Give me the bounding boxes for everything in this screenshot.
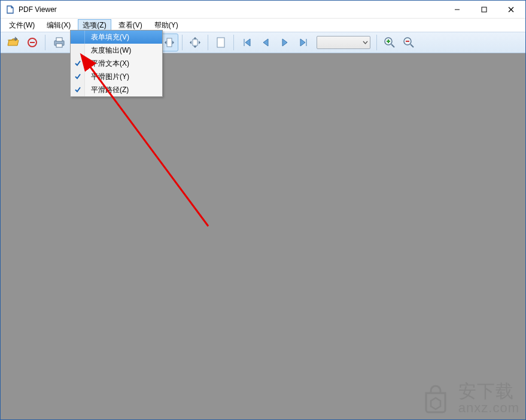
check-icon [74,60,81,67]
minus-circle-icon [26,36,38,48]
zoom-in-button[interactable] [381,34,399,51]
nav-first-button[interactable] [238,34,256,51]
open-button[interactable] [4,34,22,51]
nav-next-icon [279,36,291,48]
dropdown-item-label: 平滑文本(X) [91,59,129,68]
fit-width-button[interactable] [160,34,178,51]
svg-line-22 [391,44,394,47]
menu-file[interactable]: 文件(W) [4,19,39,32]
check-icon [74,73,81,80]
dropdown-item-label: 平滑图片(Y) [91,72,129,81]
options-dropdown: 表单填充(V) 灰度输出(W) 平滑文本(X) 平滑图片(Y) 平滑路径(Z) [70,30,163,97]
toolbar-separator [233,35,234,50]
check-column [71,31,85,44]
titlebar: PDF Viewer [1,1,525,19]
remove-button[interactable] [23,34,41,51]
svg-rect-8 [56,44,62,47]
check-icon [74,86,81,93]
window-title: PDF Viewer [19,5,443,14]
nav-last-icon [298,36,310,48]
dropdown-item-smooth-path[interactable]: 平滑路径(Z) [71,83,162,96]
toolbar-separator [208,35,208,50]
zoom-out-button[interactable] [400,34,418,51]
toolbar-separator [182,35,183,50]
nav-first-icon [241,36,253,48]
maximize-button[interactable] [470,1,497,18]
folder-open-icon [7,36,20,49]
printer-icon [52,36,66,49]
svg-rect-7 [56,38,62,41]
nav-prev-button[interactable] [257,34,275,51]
print-button[interactable] [49,34,69,51]
nav-next-button[interactable] [276,34,294,51]
toolbar-separator [376,35,377,50]
blank-page-icon [215,36,226,48]
check-column [71,83,85,96]
dropdown-item-form-fill[interactable]: 表单填充(V) [71,31,162,44]
svg-line-2 [509,7,513,12]
fit-width-icon [163,36,176,48]
svg-rect-20 [217,38,224,47]
page-combo[interactable] [317,36,370,49]
svg-line-26 [411,44,413,47]
zoom-out-icon [402,36,415,49]
bag-icon [419,381,452,415]
app-icon [5,5,15,14]
dropdown-item-grayscale[interactable]: 灰度输出(W) [71,44,162,57]
fit-page-button[interactable] [186,34,204,51]
workspace: 安下载 anxz.com [1,53,525,419]
dropdown-item-smooth-text[interactable]: 平滑文本(X) [71,57,162,70]
check-column [71,57,85,70]
fit-page-icon [188,36,202,49]
nav-last-button[interactable] [295,34,313,51]
dropdown-item-label: 灰度输出(W) [91,46,131,54]
watermark-text-cn: 安下载 [458,382,514,401]
check-column [71,44,85,57]
minimize-button[interactable] [443,1,470,18]
dropdown-item-smooth-image[interactable]: 平滑图片(Y) [71,70,162,83]
window-buttons [443,1,524,18]
toolbar-separator [45,35,45,50]
watermark: 安下载 anxz.com [419,381,519,415]
svg-rect-18 [167,38,172,47]
blank-page-button[interactable] [212,34,230,51]
nav-prev-icon [260,36,272,48]
chevron-down-icon [363,40,368,45]
zoom-in-icon [383,36,396,49]
svg-rect-1 [482,7,487,12]
check-column [71,70,85,83]
dropdown-item-label: 表单填充(V) [91,33,129,41]
svg-rect-19 [193,39,197,45]
close-button[interactable] [497,1,524,18]
svg-line-3 [509,7,513,12]
watermark-text-en: anxz.com [458,401,519,415]
dropdown-item-label: 平滑路径(Z) [91,86,129,94]
